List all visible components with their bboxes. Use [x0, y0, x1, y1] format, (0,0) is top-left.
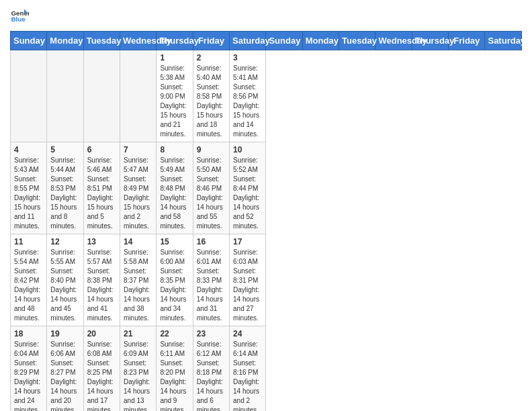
cell-info: Sunrise: 5:47 AM Sunset: 8:49 PM Dayligh…: [124, 156, 152, 231]
cell-info: Sunrise: 5:40 AM Sunset: 8:58 PM Dayligh…: [197, 64, 226, 139]
calendar-cell: 5Sunrise: 5:44 AM Sunset: 8:53 PM Daylig…: [47, 142, 83, 234]
day-number: 18: [14, 329, 43, 338]
day-number: 1: [160, 53, 189, 62]
cell-info: Sunrise: 5:41 AM Sunset: 8:56 PM Dayligh…: [233, 64, 262, 139]
calendar-cell: 4Sunrise: 5:43 AM Sunset: 8:55 PM Daylig…: [11, 142, 47, 234]
calendar-table: SundayMondayTuesdayWednesdayThursdayFrid…: [10, 31, 522, 411]
calendar-cell: [47, 50, 83, 142]
calendar-cell: 1Sunrise: 5:38 AM Sunset: 9:00 PM Daylig…: [157, 50, 193, 142]
day-header-tuesday: Tuesday: [83, 32, 120, 50]
day-header-saturday: Saturday: [230, 32, 266, 50]
cell-info: Sunrise: 5:50 AM Sunset: 8:46 PM Dayligh…: [197, 156, 226, 231]
logo-icon: General Blue: [10, 7, 29, 26]
cell-info: Sunrise: 6:12 AM Sunset: 8:18 PM Dayligh…: [197, 340, 226, 411]
calendar-cell: 11Sunrise: 5:54 AM Sunset: 8:42 PM Dayli…: [11, 234, 47, 326]
calendar-cell: 18Sunrise: 6:04 AM Sunset: 8:29 PM Dayli…: [11, 326, 47, 412]
cell-info: Sunrise: 6:01 AM Sunset: 8:33 PM Dayligh…: [197, 248, 226, 323]
col-header-saturday: Saturday: [485, 32, 522, 50]
cell-info: Sunrise: 6:00 AM Sunset: 8:35 PM Dayligh…: [160, 248, 189, 323]
day-number: 24: [233, 329, 262, 338]
day-number: 10: [233, 145, 262, 154]
day-number: 5: [50, 145, 79, 154]
cell-info: Sunrise: 5:43 AM Sunset: 8:55 PM Dayligh…: [14, 156, 43, 231]
cell-info: Sunrise: 6:14 AM Sunset: 8:16 PM Dayligh…: [233, 340, 262, 411]
logo: General Blue: [10, 7, 29, 26]
day-number: 22: [160, 329, 189, 338]
calendar-cell: 24Sunrise: 6:14 AM Sunset: 8:16 PM Dayli…: [230, 326, 266, 412]
calendar-cell: [120, 50, 157, 142]
cell-info: Sunrise: 6:09 AM Sunset: 8:23 PM Dayligh…: [124, 340, 152, 411]
day-number: 3: [233, 53, 262, 62]
week-row-3: 11Sunrise: 5:54 AM Sunset: 8:42 PM Dayli…: [11, 234, 522, 326]
day-number: 20: [87, 329, 116, 338]
calendar-cell: [11, 50, 47, 142]
week-row-2: 4Sunrise: 5:43 AM Sunset: 8:55 PM Daylig…: [11, 142, 522, 234]
cell-info: Sunrise: 5:44 AM Sunset: 8:53 PM Dayligh…: [50, 156, 79, 231]
page-header: General Blue: [10, 7, 522, 26]
day-number: 11: [14, 237, 43, 246]
cell-info: Sunrise: 6:04 AM Sunset: 8:29 PM Dayligh…: [14, 340, 43, 411]
day-number: 14: [124, 237, 152, 246]
calendar-cell: 21Sunrise: 6:09 AM Sunset: 8:23 PM Dayli…: [120, 326, 157, 412]
calendar-cell: 15Sunrise: 6:00 AM Sunset: 8:35 PM Dayli…: [157, 234, 193, 326]
cell-info: Sunrise: 5:46 AM Sunset: 8:51 PM Dayligh…: [87, 156, 116, 231]
day-number: 21: [124, 329, 152, 338]
cell-info: Sunrise: 5:55 AM Sunset: 8:40 PM Dayligh…: [50, 248, 79, 323]
day-number: 17: [233, 237, 262, 246]
day-number: 7: [124, 145, 152, 154]
day-header-sunday: Sunday: [11, 32, 47, 50]
cell-info: Sunrise: 5:58 AM Sunset: 8:37 PM Dayligh…: [124, 248, 152, 323]
calendar-cell: 14Sunrise: 5:58 AM Sunset: 8:37 PM Dayli…: [120, 234, 157, 326]
day-number: 16: [197, 237, 226, 246]
day-number: 15: [160, 237, 189, 246]
svg-text:Blue: Blue: [11, 15, 26, 23]
day-number: 12: [50, 237, 79, 246]
calendar-cell: 10Sunrise: 5:52 AM Sunset: 8:44 PM Dayli…: [230, 142, 266, 234]
cell-info: Sunrise: 6:08 AM Sunset: 8:25 PM Dayligh…: [87, 340, 116, 411]
col-header-friday: Friday: [449, 32, 485, 50]
day-header-friday: Friday: [193, 32, 229, 50]
cell-info: Sunrise: 5:52 AM Sunset: 8:44 PM Dayligh…: [233, 156, 262, 231]
day-header-monday: Monday: [47, 32, 83, 50]
col-header-thursday: Thursday: [412, 32, 448, 50]
calendar-cell: 17Sunrise: 6:03 AM Sunset: 8:31 PM Dayli…: [230, 234, 266, 326]
week-row-4: 18Sunrise: 6:04 AM Sunset: 8:29 PM Dayli…: [11, 326, 522, 412]
cell-info: Sunrise: 5:38 AM Sunset: 9:00 PM Dayligh…: [160, 64, 189, 139]
calendar-cell: 23Sunrise: 6:12 AM Sunset: 8:18 PM Dayli…: [193, 326, 229, 412]
day-header-wednesday: Wednesday: [120, 32, 157, 50]
day-number: 19: [50, 329, 79, 338]
col-header-sunday: Sunday: [266, 32, 302, 50]
cell-info: Sunrise: 6:11 AM Sunset: 8:20 PM Dayligh…: [160, 340, 189, 411]
day-number: 6: [87, 145, 116, 154]
calendar-cell: 19Sunrise: 6:06 AM Sunset: 8:27 PM Dayli…: [47, 326, 83, 412]
day-number: 2: [197, 53, 226, 62]
calendar-cell: 8Sunrise: 5:49 AM Sunset: 8:48 PM Daylig…: [157, 142, 193, 234]
col-header-tuesday: Tuesday: [339, 32, 375, 50]
day-number: 9: [197, 145, 226, 154]
col-header-monday: Monday: [302, 32, 339, 50]
calendar-cell: 2Sunrise: 5:40 AM Sunset: 8:58 PM Daylig…: [193, 50, 229, 142]
calendar-cell: 12Sunrise: 5:55 AM Sunset: 8:40 PM Dayli…: [47, 234, 83, 326]
day-number: 8: [160, 145, 189, 154]
day-header-thursday: Thursday: [157, 32, 193, 50]
calendar-cell: 7Sunrise: 5:47 AM Sunset: 8:49 PM Daylig…: [120, 142, 157, 234]
week-row-1: 1Sunrise: 5:38 AM Sunset: 9:00 PM Daylig…: [11, 50, 522, 142]
calendar-cell: 6Sunrise: 5:46 AM Sunset: 8:51 PM Daylig…: [83, 142, 120, 234]
calendar-cell: [83, 50, 120, 142]
day-number: 13: [87, 237, 116, 246]
day-number: 23: [197, 329, 226, 338]
header-row: SundayMondayTuesdayWednesdayThursdayFrid…: [11, 32, 522, 50]
cell-info: Sunrise: 5:57 AM Sunset: 8:38 PM Dayligh…: [87, 248, 116, 323]
calendar-cell: 22Sunrise: 6:11 AM Sunset: 8:20 PM Dayli…: [157, 326, 193, 412]
calendar-cell: 20Sunrise: 6:08 AM Sunset: 8:25 PM Dayli…: [83, 326, 120, 412]
cell-info: Sunrise: 6:03 AM Sunset: 8:31 PM Dayligh…: [233, 248, 262, 323]
cell-info: Sunrise: 5:49 AM Sunset: 8:48 PM Dayligh…: [160, 156, 189, 231]
cell-info: Sunrise: 5:54 AM Sunset: 8:42 PM Dayligh…: [14, 248, 43, 323]
calendar-cell: 13Sunrise: 5:57 AM Sunset: 8:38 PM Dayli…: [83, 234, 120, 326]
calendar-cell: 9Sunrise: 5:50 AM Sunset: 8:46 PM Daylig…: [193, 142, 229, 234]
day-number: 4: [14, 145, 43, 154]
calendar-cell: 3Sunrise: 5:41 AM Sunset: 8:56 PM Daylig…: [230, 50, 266, 142]
cell-info: Sunrise: 6:06 AM Sunset: 8:27 PM Dayligh…: [50, 340, 79, 411]
col-header-wednesday: Wednesday: [375, 32, 412, 50]
calendar-cell: 16Sunrise: 6:01 AM Sunset: 8:33 PM Dayli…: [193, 234, 229, 326]
